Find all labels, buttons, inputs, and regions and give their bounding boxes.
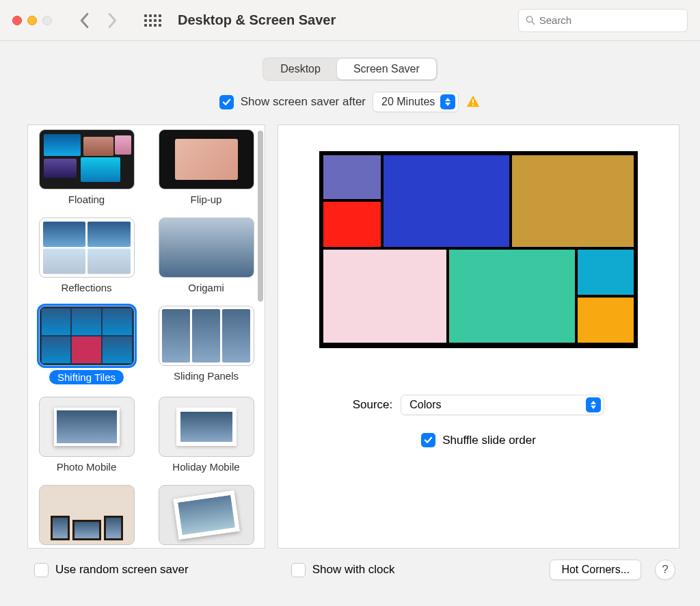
source-dropdown[interactable]: Colors [401, 395, 604, 415]
window-title: Desktop & Screen Saver [178, 12, 336, 28]
tab-row: Desktop Screen Saver [0, 41, 700, 89]
show-after-value: 20 Minutes [381, 96, 435, 108]
back-button[interactable] [72, 9, 96, 32]
traffic-lights [12, 16, 52, 25]
check-icon [424, 436, 433, 445]
chevron-right-icon [107, 12, 118, 29]
source-value: Colors [409, 399, 580, 411]
minimize-button[interactable] [27, 16, 37, 25]
warning-icon [466, 94, 481, 109]
close-button[interactable] [12, 16, 22, 25]
grid-icon [144, 14, 161, 27]
label-reflections: Reflections [61, 282, 111, 293]
svg-line-1 [532, 22, 535, 25]
random-label: Use random screen saver [55, 563, 189, 577]
thumb-floating [39, 129, 135, 189]
toolbar: Desktop & Screen Saver [0, 0, 700, 41]
updown-icon [440, 94, 455, 109]
label-holiday-mobile: Holiday Mobile [172, 461, 239, 473]
screensaver-reflections[interactable]: Reflections [35, 218, 138, 293]
main-content: Floating Flip-up Reflections Origami Shi… [0, 124, 700, 549]
screensaver-floating[interactable]: Floating [35, 129, 138, 205]
svg-rect-3 [472, 105, 474, 106]
svg-rect-2 [472, 99, 474, 103]
label-flipup: Flip-up [191, 194, 222, 205]
help-button[interactable]: ? [655, 559, 675, 580]
maximize-button [42, 16, 52, 25]
thumb-vintage-prints [159, 485, 254, 545]
random-checkbox[interactable] [34, 563, 49, 577]
tab-screensaver[interactable]: Screen Saver [337, 59, 436, 79]
thumb-flipup [159, 129, 254, 189]
thumb-holiday-mobile [159, 397, 254, 457]
screensaver-list: Floating Flip-up Reflections Origami Shi… [27, 124, 265, 549]
source-row: Source: Colors [353, 395, 605, 415]
screensaver-origami[interactable]: Origami [154, 218, 258, 293]
screensaver-holiday-mobile[interactable]: Holiday Mobile [154, 397, 258, 473]
label-photo-mobile: Photo Mobile [57, 461, 117, 473]
thumb-reflections [39, 218, 135, 278]
tab-desktop[interactable]: Desktop [264, 59, 337, 79]
label-floating: Floating [68, 194, 105, 205]
source-label: Source: [353, 398, 393, 412]
thumb-sliding-panels [159, 306, 254, 366]
forward-button[interactable] [101, 9, 124, 32]
show-after-label: Show screen saver after [241, 95, 366, 109]
screensaver-shifting-tiles[interactable]: Shifting Tiles [35, 306, 138, 384]
shuffle-checkbox[interactable] [421, 433, 435, 447]
screensaver-photo-wall[interactable]: Photo Wall [35, 485, 138, 548]
thumb-photo-mobile [39, 397, 135, 457]
show-after-row: Show screen saver after 20 Minutes [0, 89, 700, 124]
label-sliding-panels: Sliding Panels [174, 370, 239, 382]
scrollbar[interactable] [258, 131, 263, 302]
show-after-checkbox[interactable] [219, 95, 234, 109]
screensaver-vintage-prints[interactable]: Vintage Prints [154, 485, 258, 548]
shuffle-row: Shuffle slide order [421, 433, 536, 447]
shuffle-label: Shuffle slide order [442, 434, 536, 447]
screensaver-sliding-panels[interactable]: Sliding Panels [154, 306, 258, 384]
chevron-left-icon [79, 12, 90, 29]
screensaver-flipup[interactable]: Flip-up [154, 129, 258, 205]
show-after-dropdown[interactable]: 20 Minutes [373, 92, 459, 112]
preview-display [319, 151, 638, 348]
thumb-origami [159, 218, 254, 278]
show-all-button[interactable] [141, 9, 164, 32]
scroll-area[interactable]: Floating Flip-up Reflections Origami Shi… [28, 125, 265, 548]
clock-checkbox[interactable] [291, 563, 306, 577]
clock-label: Show with clock [312, 563, 395, 577]
segmented-control: Desktop Screen Saver [262, 57, 438, 81]
screensaver-photo-mobile[interactable]: Photo Mobile [35, 397, 138, 473]
thumb-shifting-tiles [39, 306, 135, 366]
label-origami: Origami [188, 282, 224, 293]
bottom-bar: Use random screen saver Show with clock … [0, 549, 700, 580]
thumb-photo-wall [39, 485, 135, 545]
search-input[interactable] [539, 14, 680, 26]
search-icon [526, 15, 535, 25]
preview-panel: Source: Colors Shuffle slide order [278, 124, 679, 549]
search-field[interactable] [518, 9, 688, 32]
updown-icon [586, 397, 601, 412]
hot-corners-button[interactable]: Hot Corners... [550, 559, 641, 580]
label-shifting-tiles: Shifting Tiles [49, 370, 124, 384]
check-icon [222, 98, 231, 107]
